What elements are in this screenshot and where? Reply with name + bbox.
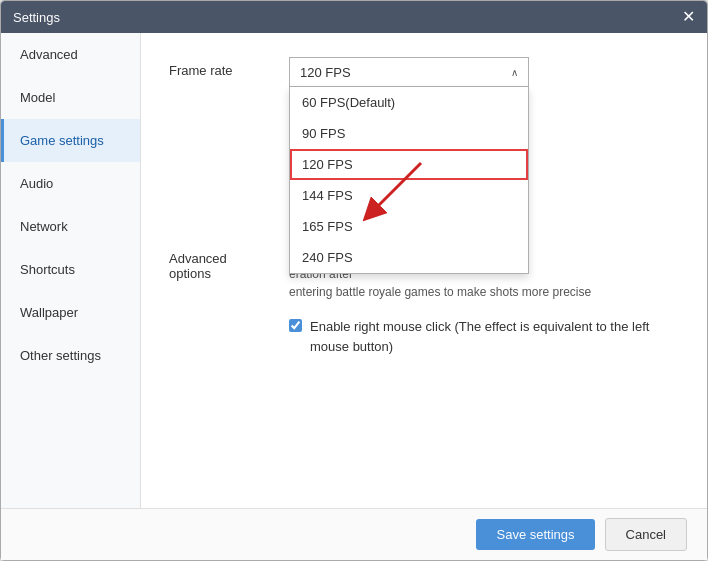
- save-settings-button[interactable]: Save settings: [476, 519, 594, 550]
- fps-option-90[interactable]: 90 FPS: [290, 118, 528, 149]
- close-button[interactable]: ✕: [682, 9, 695, 25]
- fps-option-60[interactable]: 60 FPS(Default): [290, 87, 528, 118]
- red-arrow-icon: [351, 153, 431, 233]
- chevron-up-icon: ∧: [511, 67, 518, 78]
- main-content: Frame rate 120 FPS ∧ 60 FPS(Default) 90 …: [141, 33, 707, 508]
- frame-rate-row: Frame rate 120 FPS ∧ 60 FPS(Default) 90 …: [169, 57, 679, 87]
- sidebar-item-advanced[interactable]: Advanced: [1, 33, 140, 76]
- settings-window: Settings ✕ Advanced Model Game settings …: [0, 0, 708, 561]
- arrow-annotation: [351, 153, 431, 236]
- checkbox-row: Enable right mouse click (The effect is …: [289, 317, 679, 356]
- frame-rate-value: 120 FPS: [300, 65, 351, 80]
- sidebar-item-model[interactable]: Model: [1, 76, 140, 119]
- frame-rate-field: 120 FPS ∧ 60 FPS(Default) 90 FPS 120 FPS: [289, 57, 679, 87]
- frame-rate-label: Frame rate: [169, 57, 289, 78]
- sidebar-item-wallpaper[interactable]: Wallpaper: [1, 291, 140, 334]
- sidebar-item-game-settings[interactable]: Game settings: [1, 119, 140, 162]
- sidebar-item-shortcuts[interactable]: Shortcuts: [1, 248, 140, 291]
- cancel-button[interactable]: Cancel: [605, 518, 687, 551]
- footer: Save settings Cancel: [1, 508, 707, 560]
- content-area: Advanced Model Game settings Audio Netwo…: [1, 33, 707, 508]
- sidebar: Advanced Model Game settings Audio Netwo…: [1, 33, 141, 508]
- fps-option-240[interactable]: 240 FPS: [290, 242, 528, 273]
- sidebar-item-network[interactable]: Network: [1, 205, 140, 248]
- frame-rate-select[interactable]: 120 FPS ∧: [289, 57, 529, 87]
- titlebar: Settings ✕: [1, 1, 707, 33]
- sidebar-item-other-settings[interactable]: Other settings: [1, 334, 140, 377]
- enable-mouse-click-checkbox[interactable]: [289, 319, 302, 332]
- window-title: Settings: [13, 10, 60, 25]
- checkbox-label[interactable]: Enable right mouse click (The effect is …: [310, 317, 679, 356]
- svg-line-0: [371, 163, 421, 213]
- advanced-options-label: Advancedoptions: [169, 247, 289, 281]
- sidebar-item-audio[interactable]: Audio: [1, 162, 140, 205]
